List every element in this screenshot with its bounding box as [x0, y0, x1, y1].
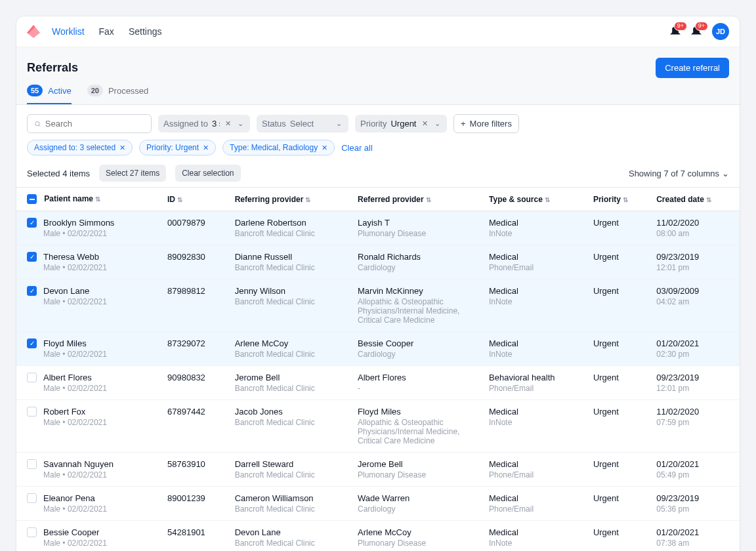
patient-meta: Male • 02/02/2021 [43, 418, 107, 427]
close-icon[interactable]: ✕ [322, 144, 327, 152]
priority: Urgent [587, 453, 650, 487]
tab-count: 55 [27, 85, 43, 96]
chip-type[interactable]: Type: Medical, Radiology ✕ [222, 140, 335, 155]
sort-icon[interactable]: ⇅ [623, 196, 628, 203]
referred-name: Jerome Bell [358, 459, 476, 469]
table-row[interactable]: Devon Lane Male • 02/02/2021 87989812 Je… [16, 279, 740, 332]
referred-sub: Plumonary Disease [358, 470, 476, 480]
row-checkbox[interactable] [27, 218, 37, 228]
filter-assigned-to[interactable]: Assigned to 3 selected ✕ ⌄ [158, 115, 250, 133]
chip-priority[interactable]: Priority: Urgent ✕ [139, 140, 216, 155]
referral-id: 87989812 [161, 279, 228, 332]
source: Phone/Email [489, 384, 580, 393]
table-row[interactable]: Bessie Cooper Male • 02/02/2021 54281901… [16, 521, 740, 551]
table-row[interactable]: Brooklyn Simmons Male • 02/02/2021 00079… [16, 211, 740, 245]
col-id[interactable]: ID [167, 195, 175, 204]
selection-bar: Selected 4 items Select 27 items Clear s… [27, 165, 729, 182]
tab-processed[interactable]: 20 Processed [87, 85, 149, 104]
search-box[interactable] [27, 114, 152, 133]
type: Behavioral health [489, 373, 580, 382]
content: Assigned to 3 selected ✕ ⌄ Status Select… [16, 105, 740, 551]
notification-bell-2[interactable]: 9+ [691, 26, 703, 37]
clear-selection-button[interactable]: Clear selection [175, 165, 240, 182]
referred-name: Ronald Richards [358, 252, 476, 262]
referral-id: 00079879 [161, 211, 228, 245]
more-filters-button[interactable]: + More filters [453, 114, 519, 133]
sort-icon[interactable]: ⇅ [305, 196, 310, 203]
create-referral-button[interactable]: Create referral [656, 58, 729, 78]
sort-icon[interactable]: ⇅ [706, 196, 711, 203]
priority: Urgent [587, 279, 650, 332]
referred-name: Wade Warren [358, 493, 476, 503]
tab-active[interactable]: 55 Active [27, 85, 72, 104]
nav-settings[interactable]: Settings [129, 26, 162, 37]
row-checkbox[interactable] [27, 459, 37, 469]
referring-name: Jacob Jones [235, 407, 345, 417]
table-row[interactable]: Robert Fox Male • 02/02/2021 67897442 Ja… [16, 400, 740, 453]
search-input[interactable] [45, 119, 144, 129]
columns-toggle[interactable]: Showing 7 of 7 columns ⌄ [629, 169, 729, 178]
notification-badge: 9+ [674, 22, 687, 31]
created-time: 02:30 pm [656, 350, 733, 359]
row-checkbox[interactable] [27, 252, 37, 262]
col-priority[interactable]: Priority [593, 195, 621, 204]
col-created[interactable]: Created date [656, 195, 704, 204]
table-row[interactable]: Savannah Nguyen Male • 02/02/2021 587639… [16, 453, 740, 487]
clear-filter-icon[interactable]: ✕ [224, 119, 232, 128]
filter-priority[interactable]: Priority Urgent ✕ ⌄ [355, 115, 447, 133]
col-referred[interactable]: Referred provider [358, 195, 424, 204]
referral-id: 89092830 [161, 245, 228, 279]
created-time: 12:01 pm [656, 384, 733, 393]
close-icon[interactable]: ✕ [119, 144, 125, 152]
table-row[interactable]: Theresa Webb Male • 02/02/2021 89092830 … [16, 245, 740, 279]
row-checkbox[interactable] [27, 286, 37, 296]
notification-badge: 9+ [695, 22, 708, 31]
sort-icon[interactable]: ⇅ [95, 195, 100, 203]
created-time: 05:36 pm [656, 504, 733, 514]
referred-sub: Plumonary Disease [358, 539, 476, 548]
type: Medical [489, 252, 580, 262]
source: Phone/Email [489, 470, 580, 480]
nav-fax[interactable]: Fax [99, 26, 114, 37]
col-type[interactable]: Type & source [489, 195, 543, 204]
table-row[interactable]: Eleanor Pena Male • 02/02/2021 89001239 … [16, 487, 740, 521]
filter-status[interactable]: Status Select ⌄ [257, 115, 348, 133]
chevron-down-icon[interactable]: ⌄ [433, 119, 442, 128]
svg-point-0 [35, 121, 39, 125]
tab-label: Active [48, 86, 71, 96]
row-checkbox[interactable] [27, 407, 37, 417]
type: Medical [489, 338, 580, 348]
col-patient[interactable]: Patient name [44, 194, 93, 203]
chip-assigned[interactable]: Assigned to: 3 selected ✕ [27, 140, 133, 155]
chevron-down-icon[interactable]: ⌄ [335, 119, 343, 128]
patient-meta: Male • 02/02/2021 [43, 297, 107, 306]
avatar[interactable]: JD [712, 23, 729, 40]
chevron-down-icon[interactable]: ⌄ [236, 119, 245, 128]
row-checkbox[interactable] [27, 373, 37, 382]
priority: Urgent [587, 332, 650, 366]
clear-all-link[interactable]: Clear all [341, 143, 373, 153]
clear-filter-icon[interactable]: ✕ [421, 119, 429, 128]
patient-meta: Male • 02/02/2021 [43, 539, 107, 548]
referring-name: Dianne Russell [235, 252, 345, 262]
row-checkbox[interactable] [27, 527, 37, 537]
sort-icon[interactable]: ⇅ [426, 196, 431, 203]
nav-worklist[interactable]: Worklist [52, 26, 85, 37]
sort-icon[interactable]: ⇅ [177, 196, 182, 203]
referring-sub: Bancroft Medical Clinic [235, 418, 345, 427]
table-row[interactable]: Floyd Miles Male • 02/02/2021 87329072 A… [16, 332, 740, 366]
created-date: 11/02/2020 [656, 407, 733, 417]
row-checkbox[interactable] [27, 493, 37, 503]
notification-bell-1[interactable]: 9+ [670, 26, 682, 37]
col-referring[interactable]: Referring provider [235, 195, 304, 204]
filter-value: Urgent [390, 119, 417, 129]
referred-name: Bessie Cooper [358, 338, 476, 348]
filter-label: Status [262, 119, 286, 129]
created-time: 08:00 am [656, 229, 733, 238]
close-icon[interactable]: ✕ [203, 144, 209, 152]
sort-icon[interactable]: ⇅ [545, 196, 550, 203]
row-checkbox[interactable] [27, 338, 37, 348]
select-all-button[interactable]: Select 27 items [99, 165, 166, 182]
table-row[interactable]: Albert Flores Male • 02/02/2021 90980832… [16, 366, 740, 400]
select-all-checkbox[interactable] [27, 194, 37, 204]
